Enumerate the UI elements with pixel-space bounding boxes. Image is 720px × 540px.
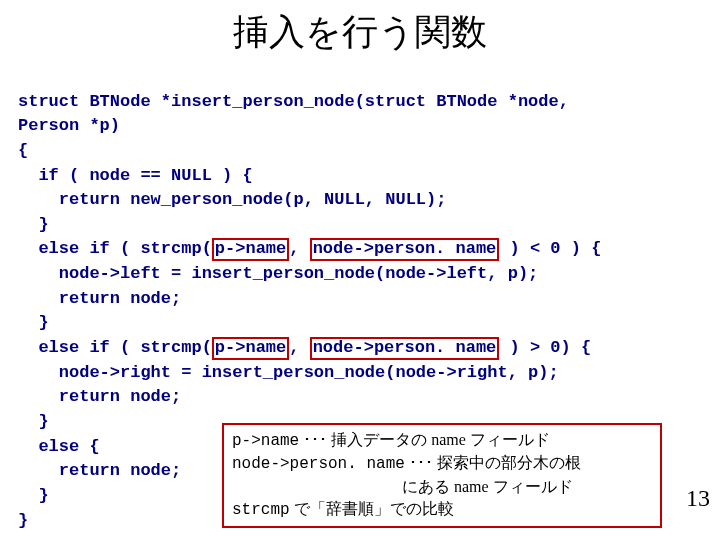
code-line: else if ( strcmp(p->name, node->person. …	[18, 338, 591, 357]
code-frag: else if ( strcmp(	[18, 338, 212, 357]
code-line: }	[18, 486, 49, 505]
annot-line: node->person. name ･･･ 探索中の部分木の根	[232, 452, 652, 475]
code-line: node->right = insert_person_node(node->r…	[18, 363, 559, 382]
code-line: }	[18, 412, 49, 431]
annotation-box: p->name ･･･ 挿入データの name フィールド node->pers…	[222, 423, 662, 528]
code-line: node->left = insert_person_node(node->le…	[18, 264, 538, 283]
code-line: return node;	[18, 387, 181, 406]
code-line: return new_person_node(p, NULL, NULL);	[18, 190, 446, 209]
code-line: }	[18, 511, 28, 530]
highlight-box: node->person. name	[310, 238, 500, 261]
annot-line: p->name ･･･ 挿入データの name フィールド	[232, 429, 652, 452]
annot-text: ･･･ 探索中の部分木の根	[405, 454, 581, 471]
page-number: 13	[686, 485, 710, 512]
annot-mono: node->person. name	[232, 455, 405, 473]
annot-mono: strcmp	[232, 501, 290, 519]
code-line: else {	[18, 437, 100, 456]
annot-line: strcmp で「辞書順」での比較	[232, 498, 652, 521]
code-line: if ( node == NULL ) {	[18, 166, 253, 185]
annot-mono: p->name	[232, 432, 299, 450]
code-line: }	[18, 313, 49, 332]
code-line: else if ( strcmp(p->name, node->person. …	[18, 239, 601, 258]
code-frag: ,	[289, 239, 309, 258]
code-line: }	[18, 215, 49, 234]
code-frag: ,	[289, 338, 309, 357]
code-line: struct BTNode *insert_person_node(struct…	[18, 92, 569, 111]
code-line: return node;	[18, 289, 181, 308]
code-line: Person *p)	[18, 116, 120, 135]
annot-text: ･･･ 挿入データの name フィールド	[299, 431, 550, 448]
highlight-box: p->name	[212, 337, 289, 360]
annot-text: で「辞書順」での比較	[290, 500, 454, 517]
code-frag: ) > 0) {	[499, 338, 591, 357]
highlight-box: node->person. name	[310, 337, 500, 360]
code-frag: else if ( strcmp(	[18, 239, 212, 258]
slide-title: 挿入を行う関数	[0, 0, 720, 61]
code-line: {	[18, 141, 28, 160]
code-frag: ) < 0 ) {	[499, 239, 601, 258]
annot-text: にある name フィールド	[402, 478, 573, 495]
highlight-box: p->name	[212, 238, 289, 261]
code-line: return node;	[18, 461, 181, 480]
annot-line: にある name フィールド	[232, 476, 652, 498]
